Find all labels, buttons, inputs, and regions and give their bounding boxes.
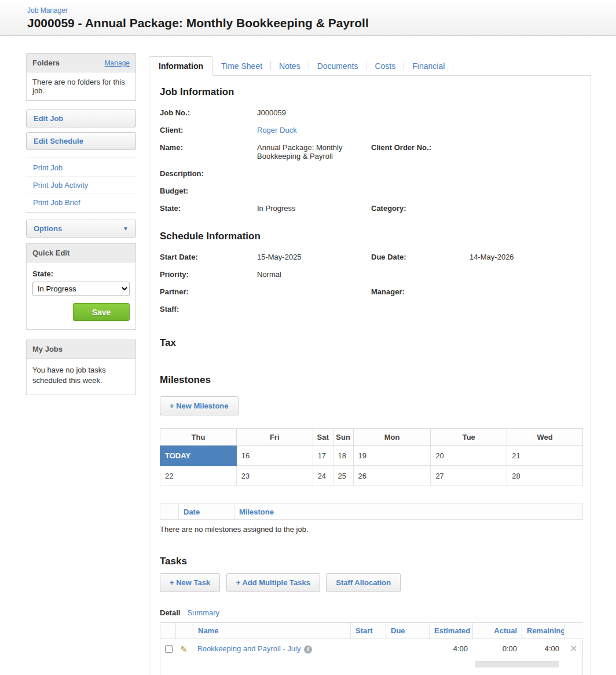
task-name-header: Name [193, 623, 350, 638]
options-button[interactable]: Options ▼ [26, 220, 136, 238]
my-jobs-panel: My Jobs You have no job tasks scheduled … [26, 340, 136, 395]
my-jobs-title: My Jobs [32, 345, 63, 353]
add-multiple-tasks-button[interactable]: + Add Multiple Tasks [226, 573, 320, 592]
calendar-day-cell: 27 [431, 466, 507, 486]
edit-job-label: Edit Job [34, 114, 63, 123]
state-field-label: State: [160, 204, 257, 213]
task-row-extension [160, 672, 582, 675]
calendar-day-header: Fri [236, 429, 313, 446]
job-information-heading: Job Information [160, 86, 581, 98]
page-title: J000059 - Annual Package: Monthly Bookke… [27, 16, 616, 30]
task-edit-column-header [175, 623, 193, 638]
calendar-day-header: Thu [160, 429, 237, 446]
manager-value [470, 287, 581, 296]
category-value [470, 204, 581, 213]
information-tab-panel: Job Information Job No.: J000059 Client:… [149, 75, 591, 675]
calendar-header-row: Thu Fri Sat Sun Mon Tue Wed [160, 429, 583, 446]
description-label: Description: [160, 169, 257, 178]
task-checkbox[interactable] [165, 645, 173, 653]
calendar-day-header: Sun [333, 429, 353, 446]
milestones-table: Date Milestone [160, 503, 583, 520]
milestone-calendar: Thu Fri Sat Sun Mon Tue Wed TODAY 16 17 … [160, 428, 583, 486]
schedule-information-heading: Schedule Information [160, 231, 581, 242]
tab-costs[interactable]: Costs [366, 57, 404, 75]
tab-bar: Information Time Sheet Notes Documents C… [149, 55, 591, 75]
task-remaining-header: Remaining [522, 623, 564, 638]
print-job-brief-link[interactable]: Print Job Brief [26, 194, 136, 211]
print-job-activity-link[interactable]: Print Job Activity [26, 177, 136, 194]
client-label: Client: [160, 126, 257, 134]
sidebar: Folders Manage There are no folders for … [26, 53, 136, 404]
description-value [257, 169, 371, 178]
new-milestone-button[interactable]: + New Milestone [160, 396, 239, 415]
milestone-name-header: Milestone [234, 504, 583, 520]
print-links-group: Print Job Print Job Activity Print Job B… [26, 158, 136, 213]
print-job-link[interactable]: Print Job [26, 159, 136, 177]
client-order-label: Client Order No.: [371, 143, 470, 160]
edit-schedule-button[interactable]: Edit Schedule [26, 132, 136, 150]
tab-documents[interactable]: Documents [309, 57, 366, 75]
edit-job-button[interactable]: Edit Job [26, 110, 136, 127]
folders-panel: Folders Manage There are no folders for … [26, 53, 136, 101]
budget-label: Budget: [160, 187, 257, 195]
new-task-button[interactable]: + New Task [160, 573, 220, 592]
task-progress-bar [475, 661, 559, 667]
task-remaining-value: 4:00 [522, 639, 564, 660]
start-date-label: Start Date: [160, 253, 257, 261]
tasks-table: Name Start Due Estimated Actual Remainin… [160, 622, 583, 675]
info-icon[interactable]: i [304, 645, 312, 654]
milestone-select-column-header [160, 504, 179, 520]
tasks-view-tab-detail[interactable]: Detail [160, 608, 180, 617]
partner-label: Partner: [160, 287, 257, 296]
start-date-value: 15-May-2025 [257, 253, 371, 261]
calendar-day-header: Sat [313, 429, 333, 446]
quick-edit-title: Quick Edit [32, 249, 69, 257]
name-value: Annual Package: Monthly Bookkeeping & Pa… [257, 143, 353, 160]
job-no-label: Job No.: [160, 108, 257, 117]
category-label: Category: [371, 204, 470, 213]
state-select[interactable]: In Progress [32, 282, 130, 296]
task-actual-value: 0:00 [472, 639, 522, 660]
calendar-week-row: TODAY 16 17 18 19 20 21 [160, 446, 583, 466]
task-delete-column-header [564, 623, 584, 638]
calendar-day-cell: 26 [353, 466, 431, 486]
staff-value [257, 305, 371, 313]
quick-edit-panel: Quick Edit State: In Progress Save [26, 243, 136, 330]
task-due-value [386, 639, 429, 660]
calendar-day-cell: 22 [160, 466, 237, 486]
edit-schedule-label: Edit Schedule [34, 137, 83, 145]
calendar-day-cell: 24 [313, 466, 333, 486]
calendar-day-cell: 20 [431, 446, 507, 466]
budget-value [257, 187, 371, 195]
task-start-value [350, 639, 386, 660]
name-label: Name: [160, 143, 257, 160]
tab-financial[interactable]: Financial [404, 57, 453, 75]
tax-heading: Tax [160, 337, 581, 349]
calendar-day-cell: 16 [236, 446, 313, 466]
breadcrumb-job-manager[interactable]: Job Manager [27, 6, 68, 14]
manage-folders-link[interactable]: Manage [105, 59, 130, 67]
client-link[interactable]: Roger Duck [257, 126, 297, 134]
due-date-label: Due Date: [371, 253, 470, 261]
due-date-value: 14-May-2026 [470, 253, 581, 261]
calendar-day-cell: 28 [507, 466, 583, 486]
calendar-day-cell: 23 [236, 466, 313, 486]
tasks-view-tab-summary[interactable]: Summary [187, 608, 219, 617]
task-name-link[interactable]: Bookkeeping and Payroll - July [197, 644, 301, 653]
save-button[interactable]: Save [73, 303, 130, 321]
milestone-date-header: Date [179, 504, 234, 520]
calendar-day-cell: 19 [353, 446, 431, 466]
tab-time-sheet[interactable]: Time Sheet [213, 57, 270, 75]
folders-empty-text: There are no folders for this job. [27, 72, 135, 100]
staff-allocation-button[interactable]: Staff Allocation [326, 573, 401, 592]
delete-task-icon[interactable]: ✕ [570, 644, 577, 654]
task-row: ✎ Bookkeeping and Payroll - Julyi 4:00 0… [160, 638, 582, 672]
milestones-heading: Milestones [160, 374, 581, 386]
tab-information[interactable]: Information [149, 56, 213, 76]
edit-pencil-icon[interactable]: ✎ [180, 644, 188, 655]
manager-label: Manager: [371, 287, 470, 296]
task-estimated-value: 4:00 [429, 639, 472, 660]
task-checkbox-column-header [160, 623, 175, 638]
state-field-value: In Progress [257, 204, 371, 213]
tab-notes[interactable]: Notes [271, 57, 309, 75]
